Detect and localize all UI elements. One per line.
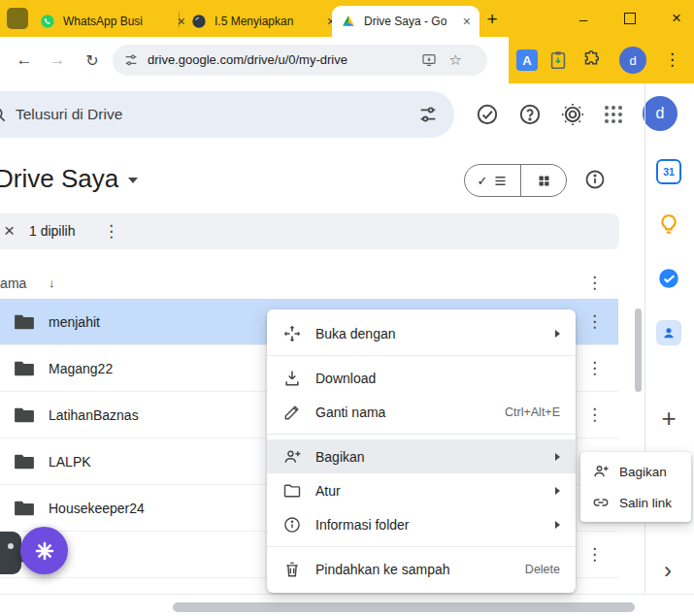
contacts-icon[interactable] (656, 320, 681, 345)
vertical-scrollbar[interactable] (635, 308, 642, 392)
calendar-icon[interactable]: 31 (656, 159, 681, 184)
window-maximize-button[interactable] (615, 8, 644, 29)
horizontal-scrollbar[interactable] (173, 602, 635, 612)
capture-widget[interactable] (0, 532, 21, 574)
menu-item-download[interactable]: Download (267, 361, 576, 395)
drive-profile-avatar[interactable]: d (643, 96, 677, 131)
link-icon (592, 494, 610, 511)
keep-icon[interactable] (656, 212, 681, 238)
submenu-item-share[interactable]: Bagikan (580, 456, 691, 487)
folder-name: LatihanBaznas (49, 407, 139, 423)
person-add-icon (282, 447, 302, 467)
sort-descending-icon[interactable]: ↓ (49, 269, 55, 298)
context-menu: Buka dengan Download Ganti nama Ctrl+Alt… (267, 309, 576, 593)
tab-module[interactable]: I.5 Menyiapkan × (182, 6, 344, 37)
menu-item-label: Bagikan (315, 449, 542, 465)
tab-title: Drive Saya - Go (364, 15, 455, 28)
selection-more-icon[interactable]: ⋮ (103, 223, 119, 240)
folder-outline-icon (282, 481, 302, 501)
new-tab-button[interactable]: + (479, 7, 505, 32)
menu-item-label: Pindahkan ke sampah (315, 562, 512, 577)
menu-divider (267, 355, 576, 356)
whatsapp-icon (40, 14, 55, 29)
url-text: drive.google.com/drive/u/0/my-drive (148, 45, 347, 76)
details-info-icon[interactable] (583, 168, 607, 191)
column-header-more-icon[interactable]: ⋮ (586, 275, 603, 291)
back-button[interactable]: ← (10, 46, 39, 75)
settings-gear-icon[interactable] (560, 102, 585, 127)
assistant-fab-button[interactable] (20, 527, 68, 574)
forward-button[interactable]: → (43, 46, 72, 75)
menu-item-label: Download (315, 371, 560, 386)
browser-app-icon[interactable] (7, 8, 28, 29)
chevron-down-icon (128, 178, 138, 183)
menu-item-organize[interactable]: Atur (267, 473, 576, 507)
google-apps-grid-icon[interactable] (605, 106, 622, 123)
check-icon: ✓ (478, 174, 488, 188)
collapse-panel-chevron[interactable]: › (664, 557, 672, 584)
download-icon (282, 369, 302, 388)
tasks-icon[interactable] (656, 266, 681, 291)
screen: WhatsApp Busi × I.5 Menyiapkan × Drive S… (0, 0, 694, 616)
add-panel-button[interactable]: + (658, 404, 679, 434)
menu-item-folder-info[interactable]: Informasi folder (267, 507, 576, 541)
rename-pencil-icon (282, 403, 302, 422)
clear-selection-icon[interactable]: × (4, 220, 15, 242)
offline-status-icon[interactable] (475, 102, 500, 127)
google-drive-icon (341, 14, 356, 29)
folder-name: menjahit (49, 314, 100, 330)
refresh-button[interactable]: ↻ (78, 46, 107, 75)
translate-icon[interactable]: A (516, 49, 538, 71)
browser-menu-icon[interactable]: ⋮ (664, 51, 680, 68)
window-minimize-button[interactable]: – (569, 8, 598, 29)
window-close-button[interactable]: × (662, 8, 691, 29)
column-header-row[interactable]: Nama ↓ ⋮ (0, 269, 618, 300)
site-settings-icon[interactable] (123, 52, 139, 68)
browser-profile-avatar[interactable]: d (619, 47, 646, 74)
row-more-icon[interactable]: ⋮ (586, 360, 603, 376)
open-with-icon (282, 324, 302, 343)
row-more-icon[interactable]: ⋮ (586, 406, 603, 423)
site-favicon (191, 14, 207, 29)
address-bar[interactable]: drive.google.com/drive/u/0/my-drive ☆ (113, 45, 487, 76)
list-icon (493, 174, 508, 188)
my-drive-heading[interactable]: Drive Saya (0, 161, 138, 196)
page-title: Drive Saya (0, 164, 118, 194)
menu-item-share[interactable]: Bagikan (267, 439, 576, 473)
folder-icon (14, 313, 35, 331)
menu-divider (267, 434, 576, 435)
menu-item-label: Informasi folder (315, 517, 542, 533)
folder-name: LALPK (49, 454, 91, 470)
search-placeholder: Telusuri di Drive (16, 91, 122, 138)
drive-search-bar[interactable]: Telusuri di Drive (0, 91, 454, 138)
tab-drive-active[interactable]: Drive Saya - Go × (332, 6, 479, 37)
person-add-icon (592, 463, 610, 480)
widget-dot-icon (8, 543, 14, 549)
folder-icon (14, 406, 35, 424)
grid-view-button[interactable] (521, 165, 566, 196)
menu-item-label: Ganti nama (315, 405, 491, 420)
list-view-button[interactable]: ✓ (465, 165, 521, 196)
menu-item-open-with[interactable]: Buka dengan (267, 316, 576, 350)
row-more-icon[interactable]: ⋮ (586, 546, 603, 563)
calendar-day: 31 (663, 166, 675, 178)
menu-item-trash[interactable]: Pindahkan ke sampah Delete (267, 552, 576, 586)
install-app-icon[interactable] (421, 52, 437, 68)
extensions-puzzle-icon[interactable] (580, 49, 602, 71)
submenu-item-copy-link[interactable]: Salin link (580, 487, 691, 518)
clipboard-extension-icon[interactable] (547, 49, 569, 71)
menu-shortcut: Ctrl+Alt+E (505, 405, 560, 419)
bookmark-star-icon[interactable]: ☆ (449, 51, 462, 69)
row-more-icon[interactable]: ⋮ (586, 313, 603, 330)
maximize-icon (624, 13, 636, 24)
avatar-letter: d (629, 53, 636, 68)
tab-close-icon[interactable]: × (463, 15, 471, 28)
tab-whatsapp[interactable]: WhatsApp Busi × (31, 6, 194, 37)
submenu-arrow-icon (555, 521, 560, 529)
help-icon[interactable] (517, 102, 543, 127)
search-options-icon[interactable] (417, 104, 439, 125)
menu-item-rename[interactable]: Ganti nama Ctrl+Alt+E (267, 395, 576, 429)
folder-name: Housekeeper24 (49, 501, 145, 516)
folder-icon (14, 500, 35, 517)
browser-titlebar: WhatsApp Busi × I.5 Menyiapkan × Drive S… (0, 0, 694, 37)
